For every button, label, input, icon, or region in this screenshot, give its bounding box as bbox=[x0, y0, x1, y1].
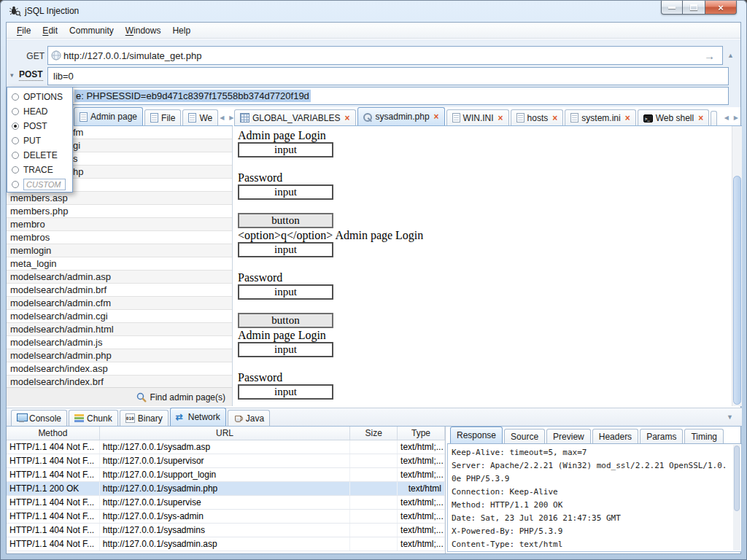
network-row[interactable]: HTTP/1.1 200 OK http://127.0.0.1/sysadmi… bbox=[7, 482, 445, 496]
column-header-method[interactable]: Method bbox=[7, 427, 100, 440]
network-row[interactable]: HTTP/1.1 404 Not F... http://127.0.0.1/s… bbox=[7, 524, 445, 537]
console-tab[interactable]: Binary bbox=[120, 410, 169, 426]
tab-close-icon[interactable]: × bbox=[625, 114, 630, 122]
scrollbar-thumb[interactable] bbox=[733, 176, 741, 405]
method-option[interactable]: OPTIONS bbox=[7, 90, 72, 104]
submit-arrow-icon[interactable]: → bbox=[704, 50, 715, 61]
find-admin-button[interactable]: Find admin page(s) bbox=[136, 392, 225, 402]
radio-icon bbox=[12, 108, 19, 115]
menu-item[interactable]: Edit bbox=[36, 23, 63, 38]
console-tab[interactable]: Java bbox=[228, 410, 270, 426]
tab-close-icon[interactable]: × bbox=[698, 114, 703, 122]
admin-list-item[interactable]: modelsearch/admin.asp bbox=[7, 271, 232, 284]
response-tab[interactable]: Response bbox=[450, 427, 503, 443]
admin-list-item[interactable]: modelsearch/admin.brf bbox=[7, 284, 232, 297]
result-tab[interactable]: GLOBAL_VARIABLES × bbox=[234, 109, 356, 125]
admin-list-item[interactable]: meta_login bbox=[7, 257, 232, 271]
admin-list-item[interactable]: modelsearch/admin.php bbox=[7, 349, 232, 362]
column-header-type[interactable]: Type bbox=[398, 427, 445, 440]
post-data-input[interactable] bbox=[51, 71, 725, 82]
left-tab[interactable]: File bbox=[144, 109, 181, 125]
close-button[interactable]: × bbox=[705, 1, 737, 15]
admin-list-item[interactable]: modelsearch/admin.html bbox=[7, 323, 232, 336]
admin-list-item[interactable]: modelsearch/index.brf bbox=[7, 376, 232, 387]
method-option[interactable]: DELETE bbox=[7, 148, 72, 163]
tab-scroll-arrows: ◀ ▶ bbox=[724, 114, 742, 125]
network-row[interactable]: HTTP/1.1 404 Not F... http://127.0.0.1/s… bbox=[7, 454, 445, 468]
network-row[interactable]: HTTP/1.1 404 Not F... http://127.0.0.1/s… bbox=[7, 440, 445, 454]
tab-close-icon[interactable]: × bbox=[552, 114, 557, 122]
admin-list-item[interactable]: modelsearch/admin.cgi bbox=[7, 310, 232, 323]
tab-close-icon[interactable]: × bbox=[498, 114, 503, 122]
left-tab[interactable]: Admin page bbox=[74, 107, 143, 125]
response-line: Content-Type: text/html bbox=[452, 538, 731, 551]
custom-method-input[interactable] bbox=[23, 179, 66, 190]
tab-scroll-right-icon[interactable]: ▶ bbox=[734, 114, 738, 121]
response-tab[interactable]: Timing bbox=[684, 429, 724, 443]
response-tab[interactable]: Preview bbox=[546, 429, 591, 443]
admin-list-item[interactable]: memlogin bbox=[7, 244, 232, 257]
url-field[interactable]: → bbox=[47, 46, 723, 65]
response-tab[interactable]: Headers bbox=[592, 429, 638, 443]
tab-scroll-left-icon[interactable]: ◀ bbox=[724, 114, 729, 121]
admin-list-item[interactable]: members.asp bbox=[7, 192, 232, 205]
network-row[interactable]: HTTP/1.1 404 Not F... http://127.0.0.1/s… bbox=[7, 510, 445, 524]
method-option[interactable]: TRACE bbox=[7, 163, 72, 177]
method-option[interactable]: POST bbox=[7, 119, 72, 133]
network-row[interactable]: HTTP/1.1 404 Not F... http://127.0.0.1/s… bbox=[7, 468, 445, 482]
preview-block: button bbox=[238, 313, 333, 328]
collapse-panel-button[interactable]: ▲ bbox=[727, 52, 734, 59]
minimize-button[interactable] bbox=[661, 1, 683, 15]
response-scrollbar[interactable] bbox=[733, 445, 740, 551]
menu-item[interactable]: Windows bbox=[120, 23, 167, 38]
post-label[interactable]: POST bbox=[19, 69, 43, 81]
tab-close-icon[interactable]: × bbox=[345, 114, 350, 122]
response-tab[interactable]: Source bbox=[504, 429, 545, 443]
menu-item[interactable]: Help bbox=[166, 23, 196, 38]
result-tab[interactable]: hosts × bbox=[511, 109, 564, 125]
method-option[interactable]: HEAD bbox=[7, 104, 72, 119]
admin-list-item[interactable]: modelsearch/index.asp bbox=[7, 362, 232, 376]
admin-list-item[interactable]: membro bbox=[7, 218, 232, 231]
method-option-label: HEAD bbox=[23, 106, 47, 117]
tab-scroll-right-icon[interactable]: ▶ bbox=[229, 114, 233, 121]
console-tab[interactable]: Network bbox=[170, 408, 226, 426]
menu-item[interactable]: File bbox=[11, 23, 36, 38]
response-tab[interactable]: Params bbox=[640, 429, 683, 443]
result-tab[interactable]: WIN.INI × bbox=[446, 109, 509, 125]
url-input[interactable] bbox=[61, 50, 704, 61]
preview-scrollbar[interactable] bbox=[732, 126, 742, 406]
maximize-button[interactable] bbox=[683, 1, 705, 15]
admin-list-item[interactable]: modelsearch/admin.cfm bbox=[7, 297, 232, 310]
network-table-body: HTTP/1.1 404 Not F... http://127.0.0.1/s… bbox=[7, 440, 445, 551]
console-tab[interactable]: Chunk bbox=[69, 410, 118, 426]
maximize-icon bbox=[690, 4, 697, 10]
console-tabbar: Console Chunk Binary Network bbox=[7, 408, 742, 427]
console-tab[interactable]: Console bbox=[11, 410, 67, 426]
column-header-url[interactable]: URL bbox=[100, 427, 350, 440]
post-data-field[interactable] bbox=[47, 67, 729, 85]
method-option-custom[interactable] bbox=[7, 177, 72, 192]
tab-close-icon[interactable]: × bbox=[434, 112, 439, 121]
preview-block: button bbox=[238, 213, 333, 228]
result-tab[interactable]: Web shell × bbox=[638, 109, 710, 125]
network-row[interactable]: HTTP/1.1 404 Not F... http://127.0.0.1/s… bbox=[7, 537, 445, 551]
scrollbar-thumb[interactable] bbox=[734, 446, 740, 511]
panel-menu-icon[interactable]: ▼ bbox=[727, 413, 733, 421]
column-header-size[interactable]: Size bbox=[350, 427, 398, 440]
network-row[interactable]: HTTP/1.1 404 Not F... http://127.0.0.1/s… bbox=[7, 496, 445, 510]
admin-list-item[interactable]: membros bbox=[7, 231, 232, 244]
preview-block: input bbox=[238, 142, 333, 158]
post-expand-icon[interactable]: ▾ bbox=[10, 71, 14, 79]
left-tab[interactable]: We bbox=[182, 109, 218, 125]
tab-scroll-left-icon[interactable]: ◀ bbox=[220, 114, 224, 121]
menu-item[interactable]: Community bbox=[63, 23, 120, 38]
app-bug-icon bbox=[9, 5, 21, 17]
result-tab[interactable]: system.ini × bbox=[565, 109, 635, 125]
method-option-label: TRACE bbox=[23, 165, 53, 175]
admin-list-item[interactable]: modelsearch/admin.js bbox=[7, 336, 232, 349]
admin-list-item[interactable]: members.php bbox=[7, 205, 232, 218]
method-option[interactable]: PUT bbox=[7, 133, 72, 148]
header-field[interactable]: e: PHPSESSID=eb9d471c8397f17558bb374d772… bbox=[47, 87, 729, 105]
result-tab[interactable]: sysadmin.php × bbox=[357, 107, 445, 125]
